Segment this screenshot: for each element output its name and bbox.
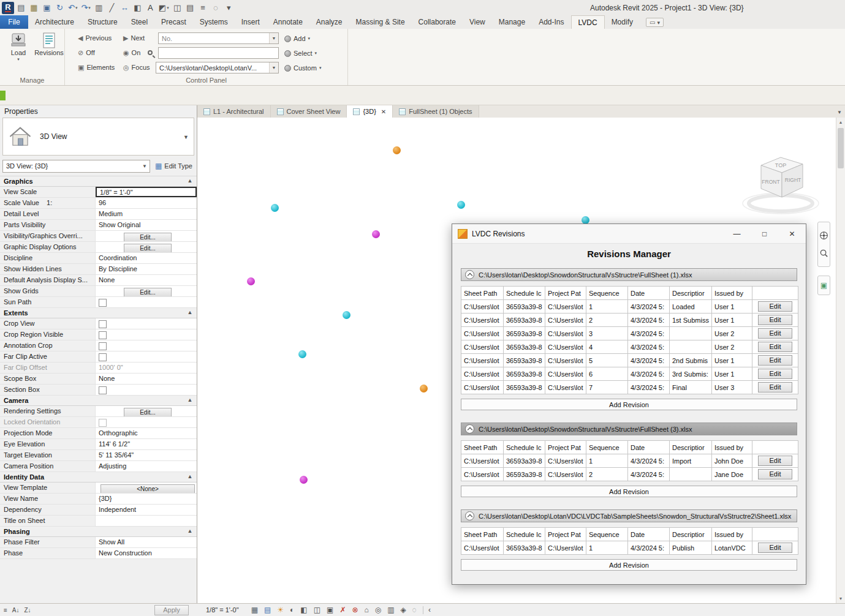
edit-revision-button[interactable]: Edit <box>758 342 792 352</box>
view-scale-control[interactable]: 1/8" = 1'-0" <box>197 606 241 614</box>
ribbon-tab-massing-site[interactable]: Massing & Site <box>349 15 412 29</box>
checkbox[interactable] <box>99 299 107 307</box>
tag-icon[interactable]: ◧ <box>132 2 143 14</box>
load-button[interactable]: Load ▾ <box>5 31 32 62</box>
save-icon[interactable]: ▣ <box>41 2 53 14</box>
ribbon-tab-structure[interactable]: Structure <box>81 15 124 29</box>
property-value[interactable]: 1000' 0" <box>96 362 197 373</box>
view-tab-cover-sheet-view[interactable]: Cover Sheet View <box>271 105 347 118</box>
property-value[interactable]: Edit... <box>96 406 197 416</box>
chevron-down-icon[interactable]: ▼ <box>269 33 278 43</box>
measure-icon[interactable]: ╱ <box>106 2 118 14</box>
off-button[interactable]: ⊘Off <box>76 47 97 59</box>
edit-button[interactable]: Edit... <box>124 244 172 252</box>
sphere-magenta[interactable] <box>300 476 308 484</box>
property-value[interactable]: {3D} <box>96 494 197 504</box>
ribbon-tab-collaborate[interactable]: Collaborate <box>412 15 463 29</box>
edit-revision-button[interactable]: Edit <box>758 456 792 466</box>
property-value[interactable]: None <box>96 275 197 285</box>
property-value[interactable]: Coordination <box>96 253 197 263</box>
checkbox[interactable] <box>99 419 107 427</box>
property-value[interactable]: Independent <box>96 505 197 515</box>
ribbon-tab-file[interactable]: File <box>0 15 28 29</box>
ribbon-tab-architecture[interactable]: Architecture <box>28 15 81 29</box>
rendering-dialog-icon[interactable]: ◧ <box>300 606 307 614</box>
redo-icon[interactable]: ↷▾ <box>80 2 91 14</box>
elements-button[interactable]: ▣Elements <box>76 61 116 73</box>
crop-view-icon[interactable]: ◫ <box>314 606 320 614</box>
vertical-scrollbar[interactable]: ▲ ▼ <box>836 118 845 603</box>
ribbon-tab-insert[interactable]: Insert <box>235 15 267 29</box>
property-value[interactable]: Edit... <box>96 286 197 296</box>
close-button[interactable]: ✕ <box>778 224 806 243</box>
reveal-hidden-elements-icon[interactable]: ⊗ <box>352 606 358 614</box>
section-header[interactable]: C:\Users\lotan\Desktop\SnowdonStructural… <box>461 423 797 435</box>
maximize-button[interactable]: □ <box>751 224 778 243</box>
property-value[interactable]: Edit... <box>96 231 197 241</box>
property-value[interactable] <box>96 340 197 351</box>
checkbox[interactable] <box>99 342 107 350</box>
ribbon-tab-modify[interactable]: Modify <box>605 15 640 29</box>
revision-number-combo[interactable]: No. ▼ <box>158 32 279 44</box>
focus-button[interactable]: ◎Focus <box>121 61 152 73</box>
sort-ascending-icon[interactable]: A↓ <box>12 605 20 615</box>
ribbon-tab-annotate[interactable]: Annotate <box>267 15 309 29</box>
aligned-dimension-icon[interactable]: ↔ <box>119 2 131 14</box>
ribbon-tab-steel[interactable]: Steel <box>124 15 154 29</box>
add-revision-button[interactable]: Add Revision <box>461 399 797 410</box>
property-value[interactable]: By Discipline <box>96 264 197 274</box>
edit-revision-button[interactable]: Edit <box>758 543 792 553</box>
scrollbar-thumb[interactable] <box>838 128 844 168</box>
properties-section-camera[interactable]: Camera▲ <box>0 396 197 406</box>
properties-filter-icon[interactable]: ≡ <box>4 605 7 615</box>
edit-button[interactable]: Edit... <box>124 288 172 296</box>
dialog-title-bar[interactable]: LVDC Revisions — □ ✕ <box>452 224 806 244</box>
apply-button[interactable]: Apply <box>154 605 189 615</box>
ribbon-tab-lvdc[interactable]: LVDC <box>571 15 605 29</box>
ribbon-tab-view[interactable]: View <box>463 15 492 29</box>
checkbox[interactable] <box>99 353 107 361</box>
shadows-icon[interactable]: ◐ <box>290 606 294 614</box>
temporary-hide-isolate-icon[interactable]: ✗ <box>339 606 346 614</box>
property-value[interactable] <box>96 417 197 427</box>
edit-revision-button[interactable]: Edit <box>758 315 792 325</box>
customize-qat-icon[interactable]: ▾ <box>223 2 235 14</box>
collapse-chevron-icon[interactable]: ▲ <box>183 176 197 186</box>
ribbon-tab-manage[interactable]: Manage <box>492 15 532 29</box>
close-tab-icon[interactable]: ✕ <box>381 108 386 115</box>
undo-icon[interactable]: ↶▾ <box>67 2 78 14</box>
minimize-button[interactable]: — <box>723 224 751 243</box>
temporary-view-properties-icon[interactable]: ◎ <box>375 606 381 614</box>
properties-section-graphics[interactable]: Graphics▲ <box>0 176 197 187</box>
add-revision-button[interactable]: Add Revision <box>461 559 797 571</box>
sort-descending-icon[interactable]: Z↓ <box>25 605 31 615</box>
sphere-cyan[interactable] <box>298 350 306 358</box>
view-tab-3d[interactable]: {3D}✕ <box>347 105 393 118</box>
collapse-circle-icon[interactable] <box>465 511 474 520</box>
edit-revision-button[interactable]: Edit <box>758 301 792 312</box>
view-instance-combo[interactable]: 3D View: {3D} ▼ <box>2 160 150 173</box>
search-input[interactable] <box>158 47 279 59</box>
default-3d-view-icon[interactable]: ◩▾ <box>157 2 170 14</box>
section-header[interactable]: C:\Users\lotan\Desktop\SnowdonStructural… <box>461 268 797 281</box>
sphere-orange[interactable] <box>393 146 401 154</box>
checkbox[interactable] <box>99 331 107 339</box>
collapse-chevron-icon[interactable]: ▲ <box>183 527 197 536</box>
property-value[interactable]: 96 <box>96 198 197 208</box>
checkbox[interactable] <box>99 386 107 394</box>
ribbon-tab-precast[interactable]: Precast <box>154 15 193 29</box>
property-value[interactable]: Show Original <box>96 220 197 230</box>
edit-revision-button[interactable]: Edit <box>758 382 792 393</box>
worksharing-display-icon[interactable]: ⌂ <box>365 606 369 614</box>
properties-section-extents[interactable]: Extents▲ <box>0 308 197 318</box>
edit-button[interactable]: Edit... <box>124 233 172 241</box>
select-button[interactable]: Select▾ <box>284 50 317 57</box>
ribbon-tab-analyze[interactable]: Analyze <box>309 15 349 29</box>
open-folder-icon[interactable]: ▦ <box>28 2 40 14</box>
sphere-cyan[interactable] <box>457 201 465 209</box>
property-value[interactable]: <None> <box>96 483 197 493</box>
collapse-circle-icon[interactable] <box>465 424 474 434</box>
path-combo[interactable]: C:\Users\lotan\Desktop\LotanV... ▼ <box>156 62 279 73</box>
collapse-chevron-icon[interactable]: ▲ <box>183 308 197 318</box>
analytical-model-icon[interactable]: ▥ <box>387 606 394 614</box>
